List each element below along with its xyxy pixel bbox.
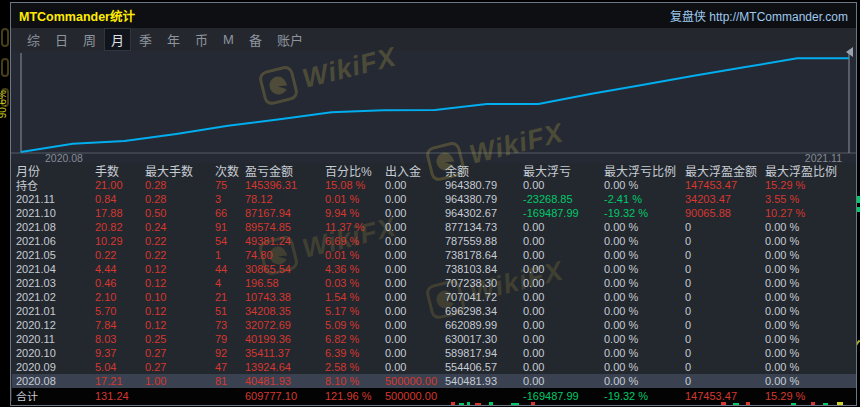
table-row[interactable]: 2021.110.840.28378.120.01 %0.00964380.79…	[12, 192, 856, 206]
bottom-strip-artifact	[467, 402, 470, 405]
menu-item-currency[interactable]: 币	[189, 29, 214, 50]
table-cell: 0.00 %	[761, 333, 856, 345]
table-cell: 3.55 %	[761, 193, 856, 205]
menu-item-week[interactable]: 周	[77, 29, 102, 50]
column-header[interactable]: 最大浮盈比例	[761, 162, 856, 179]
column-header[interactable]: 最大浮亏比例	[600, 162, 681, 179]
menu-item-month[interactable]: 月	[105, 29, 130, 50]
table-cell: 0.00	[519, 249, 600, 261]
table-cell: 35411.37	[241, 347, 321, 359]
column-header[interactable]: 最大浮亏	[519, 162, 600, 179]
table-cell: 81	[211, 375, 241, 387]
table-cell: 0.00	[519, 179, 600, 191]
table-row[interactable]: 2020.095.040.274713924.642.58 %0.0055440…	[12, 360, 856, 374]
vendor-link[interactable]: 复盘侠 http://MTCommander.com	[670, 7, 848, 24]
column-header[interactable]: 手数	[91, 162, 141, 179]
table-row[interactable]: 2020.0817.211.008140481.938.10 %500000.0…	[12, 374, 856, 388]
menu-item-year[interactable]: 年	[161, 29, 186, 50]
table-cell: 0.00 %	[600, 277, 681, 289]
menu-item-m[interactable]: M	[217, 31, 240, 48]
table-cell: 0.28	[141, 179, 211, 191]
table-cell: 87167.94	[241, 207, 321, 219]
column-header[interactable]: 次数	[211, 162, 241, 179]
table-cell: 0.00 %	[600, 221, 681, 233]
table-cell: 0.00 %	[761, 375, 856, 387]
table-row[interactable]: 2020.127.840.127332072.695.09 %0.0066208…	[12, 318, 856, 332]
table-cell: 147453.47	[681, 179, 761, 191]
table-cell: 738103.84	[441, 263, 519, 275]
table-row[interactable]: 2021.050.220.22174.800.01 %0.00738178.64…	[12, 248, 856, 262]
table-cell: 609777.10	[241, 390, 321, 402]
table-row[interactable]: 2020.109.370.279235411.376.39 %0.0058981…	[12, 346, 856, 360]
table-cell: 147453.47	[681, 390, 761, 402]
table-row[interactable]: 2021.0610.290.225449381.246.69 %0.007875…	[12, 234, 856, 248]
table-row[interactable]: 持仓21.000.2875145396.3115.08 %0.00964380.…	[12, 178, 856, 192]
table-cell: 964302.67	[441, 207, 519, 219]
menu-item-day[interactable]: 日	[49, 29, 74, 50]
table-row[interactable]: 2021.0820.820.249189574.8511.37 %0.00877…	[12, 220, 856, 234]
table-cell: 51	[211, 305, 241, 317]
table-row[interactable]: 2021.015.700.125134208.355.17 %0.0069629…	[12, 304, 856, 318]
column-header[interactable]: 最大浮盈金额	[681, 162, 761, 179]
table-cell: 3	[211, 193, 241, 205]
table-cell: 0.00 %	[761, 361, 856, 373]
equity-curve-svg	[11, 51, 856, 163]
table-cell: 2020.08	[12, 375, 91, 387]
column-header[interactable]: 余额	[441, 162, 519, 179]
table-cell: 707041.72	[441, 291, 519, 303]
table-cell: 0	[681, 305, 761, 317]
bottom-strip-artifact	[451, 402, 455, 405]
table-cell: 2020.12	[12, 319, 91, 331]
table-cell: 589817.94	[441, 347, 519, 359]
chart-scroll-arrow-icon[interactable]	[846, 47, 853, 57]
table-cell: 877134.73	[441, 221, 519, 233]
table-row[interactable]: 2021.044.440.124430865.544.36 %0.0073810…	[12, 262, 856, 276]
column-header[interactable]: 出入金	[381, 162, 441, 179]
table-cell: 6.82 %	[321, 333, 381, 345]
table-cell: 0.00	[519, 305, 600, 317]
table-cell: 2021.04	[12, 263, 91, 275]
table-cell: -169487.99	[519, 390, 600, 402]
table-cell: -19.32 %	[600, 207, 681, 219]
table-cell: 0	[681, 263, 761, 275]
table-cell: 0	[681, 361, 761, 373]
table-cell: 0.00 %	[761, 347, 856, 359]
table-cell: 0.00 %	[600, 361, 681, 373]
column-header[interactable]: 盈亏金额	[241, 162, 321, 179]
table-cell: 0.00 %	[761, 277, 856, 289]
table-cell: 15.08 %	[321, 179, 381, 191]
table-row[interactable]: 2021.022.100.102110743.381.54 %0.0070704…	[12, 290, 856, 304]
table-cell: 0.00	[519, 291, 600, 303]
table-cell: 2021.08	[12, 221, 91, 233]
table-cell: 787559.88	[441, 235, 519, 247]
table-cell: 持仓	[12, 177, 91, 193]
table-cell: 0.00	[381, 193, 441, 205]
table-cell: 0.24	[141, 221, 211, 233]
table-cell: 21.00	[91, 179, 141, 191]
table-cell: 0.00	[519, 235, 600, 247]
column-header[interactable]: 最大手数	[141, 162, 211, 179]
menu-item-quarter[interactable]: 季	[133, 29, 158, 50]
table-cell: 6.69 %	[321, 235, 381, 247]
column-header[interactable]: 百分比%	[321, 162, 381, 179]
table-cell: 0.00 %	[600, 333, 681, 345]
table-cell: 32072.69	[241, 319, 321, 331]
table-cell: 0	[681, 249, 761, 261]
menu-item-note[interactable]: 备	[243, 29, 268, 50]
table-cell: 9.94 %	[321, 207, 381, 219]
rotated-percent-label: 90.6%	[0, 90, 8, 118]
table-cell: 0.50	[141, 207, 211, 219]
table-row[interactable]: 2021.1017.880.506687167.949.94 %0.009643…	[12, 206, 856, 220]
table-row[interactable]: 2020.118.030.257940199.366.82 %0.0063001…	[12, 332, 856, 346]
table-cell: 78.12	[241, 193, 321, 205]
table-cell: 79	[211, 333, 241, 345]
menu-item-account[interactable]: 账户	[271, 29, 309, 50]
bottom-strip-artifact	[459, 403, 464, 405]
table-row[interactable]: 2021.030.460.124196.580.03 %0.00707238.3…	[12, 276, 856, 290]
table-cell: 1.00	[141, 375, 211, 387]
equity-chart: 2020.08 2021.11	[11, 51, 856, 163]
table-cell: 0.12	[141, 277, 211, 289]
table-cell: 75	[211, 179, 241, 191]
table-cell: 0	[681, 319, 761, 331]
menu-item-summary[interactable]: 综	[21, 29, 46, 50]
